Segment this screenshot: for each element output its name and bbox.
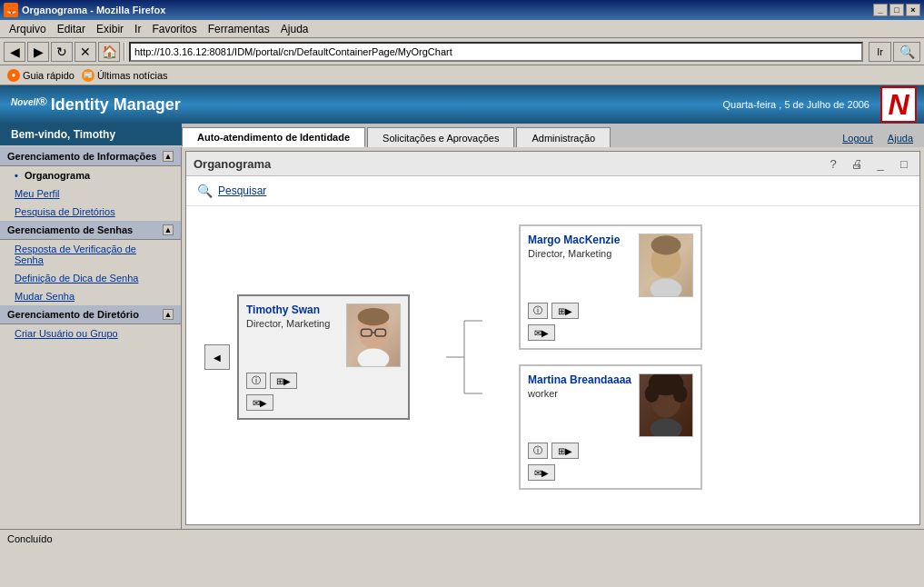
- content-title: Organograma: [194, 157, 271, 171]
- email-btn-martina[interactable]: ✉▶: [528, 464, 555, 481]
- menu-ajuda[interactable]: Ajuda: [275, 21, 314, 37]
- email-btn-timothy[interactable]: ✉▶: [246, 394, 273, 411]
- collapse-senhas-btn[interactable]: ▲: [163, 224, 174, 235]
- card-actions-margo: ⓘ ⊞▶: [528, 303, 693, 319]
- tab-requests[interactable]: Solicitações e Aprovações: [367, 127, 514, 147]
- svg-point-12: [651, 279, 682, 298]
- print-icon[interactable]: 🖨: [849, 155, 865, 172]
- toolbar-sep: [124, 43, 125, 61]
- svg-point-5: [358, 349, 390, 368]
- nav-left-btn[interactable]: ◀: [204, 344, 230, 370]
- logout-link[interactable]: Logout: [842, 133, 873, 144]
- collapse-diretorio-btn[interactable]: ▲: [163, 309, 174, 320]
- guide-icon: ●: [7, 69, 20, 82]
- org-btn-timothy[interactable]: ⊞▶: [270, 373, 297, 389]
- menu-exibir[interactable]: Exibir: [91, 21, 129, 37]
- menu-editar[interactable]: Editar: [52, 21, 91, 37]
- home-btn[interactable]: 🏠: [98, 42, 120, 62]
- menu-ir[interactable]: Ir: [129, 21, 146, 37]
- minimize-window-btn[interactable]: _: [873, 4, 888, 16]
- go-btn[interactable]: Ir: [869, 42, 891, 62]
- person-name-timothy: Timothy Swan: [246, 303, 339, 316]
- address-bar: [129, 42, 863, 62]
- stop-btn[interactable]: ✕: [75, 42, 96, 62]
- sidebar-section-info: Gerenciamento de Informações ▲: [0, 147, 181, 166]
- main-layout: Gerenciamento de Informações ▲ • Organog…: [0, 147, 924, 529]
- person-photo-martina: [639, 373, 693, 437]
- sidebar-item-criar-usuario[interactable]: Criar Usuário ou Grupo: [0, 324, 181, 343]
- app-title: Identity Manager: [51, 95, 181, 114]
- info-btn-margo[interactable]: ⓘ: [528, 303, 548, 319]
- card-actions2-timothy: ✉▶: [246, 394, 401, 411]
- org-btn-martina[interactable]: ⊞▶: [551, 443, 579, 459]
- person-name-martina: Martina Breandaaaa: [528, 373, 631, 386]
- back-btn[interactable]: ◀: [4, 42, 25, 62]
- content-actions: ? 🖨 _ □: [825, 155, 912, 172]
- sidebar-item-verificacao[interactable]: Resposta de Verificação de Senha: [0, 240, 181, 269]
- card-actions-martina: ⓘ ⊞▶: [528, 443, 693, 459]
- person-photo-timothy: [346, 303, 401, 367]
- bookmark-news[interactable]: 📰 Últimas notícias: [82, 69, 168, 82]
- sidebar-item-organograma[interactable]: • Organograma: [0, 166, 181, 184]
- window-title: Organograma - Mozilla Firefox: [22, 5, 165, 15]
- novell-n-logo: N: [880, 86, 917, 123]
- help-link[interactable]: Ajuda: [888, 133, 913, 144]
- maximize-window-btn[interactable]: □: [889, 4, 904, 16]
- window-controls: _ □ ×: [873, 4, 920, 16]
- person-info-margo: Margo MacKenzie Director, Marketing: [528, 234, 631, 259]
- sidebar-item-mudar-senha[interactable]: Mudar Senha: [0, 287, 181, 305]
- forward-btn[interactable]: ▶: [27, 42, 49, 62]
- welcome-bar: Bem-vindo, Timothy: [0, 124, 182, 145]
- person-card-top-margo: Margo MacKenzie Director, Marketing: [528, 234, 693, 297]
- bookmark-guide-label: Guia rápido: [23, 70, 75, 81]
- reload-btn[interactable]: ↻: [51, 42, 73, 62]
- card-actions2-margo: ✉▶: [528, 324, 693, 341]
- close-window-btn[interactable]: ×: [906, 4, 920, 16]
- sidebar-item-meu-perfil[interactable]: Meu Perfil: [0, 184, 181, 203]
- person-name-margo: Margo MacKenzie: [528, 234, 631, 246]
- collapse-info-btn[interactable]: ▲: [163, 151, 174, 162]
- search-icon[interactable]: 🔍: [893, 42, 920, 62]
- orgchart-area: ◀ Timothy Swan Director, Marketing: [186, 206, 919, 508]
- info-btn-martina[interactable]: ⓘ: [528, 443, 548, 459]
- connector-svg: [446, 266, 482, 448]
- photo-face-timothy: [347, 304, 400, 366]
- address-input[interactable]: [134, 46, 858, 57]
- sidebar-section-diretorio: Gerenciamento de Diretório ▲: [0, 305, 181, 324]
- help-icon[interactable]: ?: [825, 155, 841, 172]
- bookmark-guide[interactable]: ● Guia rápido: [7, 69, 75, 82]
- sidebar-item-dica[interactable]: Definição de Dica de Senha: [0, 269, 181, 287]
- person-card-timothy: Timothy Swan Director, Marketing: [237, 294, 410, 420]
- info-btn-timothy[interactable]: ⓘ: [246, 373, 266, 389]
- search-bar: 🔍 Pesquisar: [186, 176, 919, 206]
- tab-identity[interactable]: Auto-atendimento de Identidade: [182, 127, 365, 147]
- svg-point-11: [651, 235, 681, 254]
- maximize-icon[interactable]: □: [896, 155, 912, 172]
- bookmark-news-label: Últimas notícias: [97, 70, 168, 81]
- email-btn-margo[interactable]: ✉▶: [528, 324, 555, 341]
- person-info-timothy: Timothy Swan Director, Marketing: [246, 303, 339, 329]
- welcome-text: Bem-vindo, Timothy: [11, 128, 115, 141]
- search-label[interactable]: Pesquisar: [218, 184, 266, 197]
- person-info-martina: Martina Breandaaaa worker: [528, 373, 631, 399]
- bullet-icon: •: [15, 170, 18, 181]
- svg-point-1: [358, 308, 390, 325]
- app-header: Novell® Identity Manager Quarta-feira , …: [0, 85, 924, 124]
- svg-point-15: [645, 385, 659, 403]
- card-actions2-martina: ✉▶: [528, 464, 693, 481]
- minimize-icon[interactable]: _: [872, 155, 889, 172]
- right-column: Margo MacKenzie Director, Marketing: [519, 224, 702, 490]
- browser-icon: 🦊: [4, 3, 18, 17]
- browser-toolbar: ◀ ▶ ↻ ✕ 🏠 Ir 🔍: [0, 38, 924, 65]
- news-icon: 📰: [82, 69, 94, 82]
- connector: [446, 266, 482, 448]
- card-actions-timothy: ⓘ ⊞▶: [246, 373, 401, 389]
- menu-ferramentas[interactable]: Ferramentas: [203, 21, 275, 37]
- org-btn-margo[interactable]: ⊞▶: [551, 303, 579, 319]
- menu-favoritos[interactable]: Favoritos: [146, 21, 202, 37]
- menu-arquivo[interactable]: Arquivo: [4, 21, 52, 37]
- tab-admin[interactable]: Administração: [516, 127, 611, 147]
- sidebar-item-pesquisa[interactable]: Pesquisa de Diretórios: [0, 203, 181, 221]
- photo-face-margo: [640, 234, 692, 296]
- photo-face-martina: [640, 374, 692, 436]
